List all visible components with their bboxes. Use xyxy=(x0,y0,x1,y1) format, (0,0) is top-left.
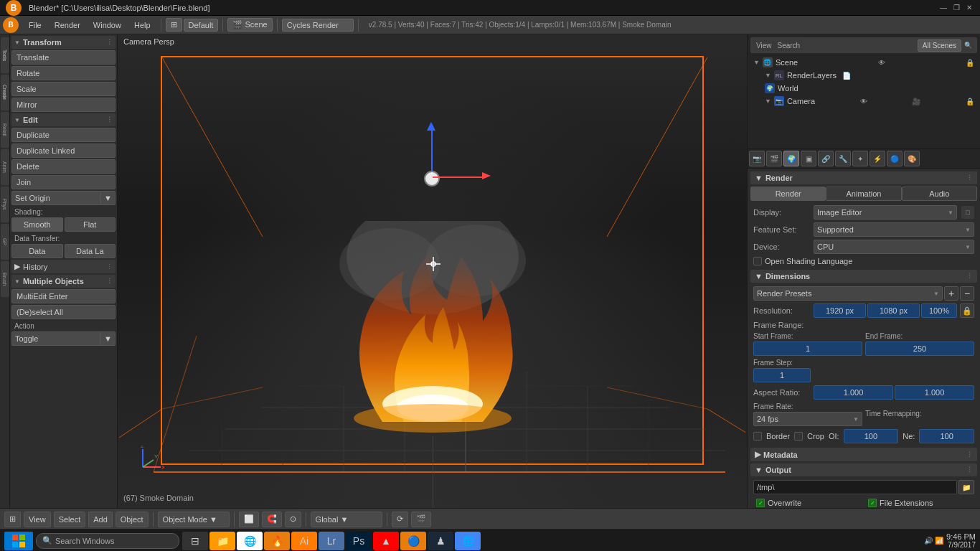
scene-icon-btn[interactable]: 🎬 xyxy=(766,151,782,166)
camera-visibility[interactable]: 👁 xyxy=(860,98,867,105)
editor-type-btn[interactable]: ⊞ xyxy=(4,512,21,527)
modifiers-icon[interactable]: 🔧 xyxy=(835,151,851,166)
material-icon[interactable]: 🔵 xyxy=(887,151,903,166)
particles-icon[interactable]: ✦ xyxy=(852,151,868,166)
add-menu-btn[interactable]: Add xyxy=(88,512,113,527)
frame-rate-select[interactable]: 24 fps ▼ xyxy=(753,412,862,426)
render-engine-select[interactable]: Cycles Render xyxy=(282,19,354,32)
camera-item[interactable]: ▼ 📷 Camera 👁 🎥 🔒 xyxy=(750,95,977,108)
window-menu[interactable]: Window xyxy=(88,19,127,31)
duplicate-button[interactable]: Duplicate xyxy=(11,128,116,142)
overwrite-checkbox[interactable]: ✓ xyxy=(756,499,765,507)
frame-step-field[interactable]: 1 xyxy=(753,368,811,382)
res-y-field[interactable]: 1080 px xyxy=(867,303,920,318)
camera-render[interactable]: 🎥 xyxy=(912,98,920,105)
delete-button[interactable]: Delete xyxy=(11,159,116,174)
osl-checkbox[interactable] xyxy=(753,257,762,265)
edit-header[interactable]: ▼ Edit ⋮ xyxy=(11,113,116,126)
brushes-tab[interactable]: Brush xyxy=(1,261,9,297)
physics-tab[interactable]: Phys xyxy=(1,187,9,222)
metadata-section-header[interactable]: ▶ Metadata ⋮ xyxy=(750,448,977,461)
flat-button[interactable]: Flat xyxy=(65,217,116,232)
join-button[interactable]: Join xyxy=(11,175,116,189)
multiple-objects-header[interactable]: ▼ Multiple Objects ⋮ xyxy=(11,275,116,288)
transform-lock-btn[interactable]: ⟳ xyxy=(392,512,408,527)
vectorize-icon[interactable]: ▲ xyxy=(373,532,399,550)
texture-icon[interactable]: 🎨 xyxy=(904,151,920,166)
history-header[interactable]: ▶ History ⋮ xyxy=(11,260,116,273)
relations-tab[interactable]: Relati xyxy=(1,112,9,148)
ol-field[interactable]: 100 xyxy=(844,429,899,443)
explorer-icon[interactable]: 📁 xyxy=(209,532,235,550)
res-lock-btn[interactable]: 🔒 xyxy=(960,303,974,318)
render-menu[interactable]: Render xyxy=(49,19,86,31)
scale-button[interactable]: Scale xyxy=(11,82,116,96)
illustrator-icon[interactable]: Ai xyxy=(291,532,317,550)
camera-lock[interactable]: 🔒 xyxy=(966,98,974,105)
translate-button[interactable]: Translate xyxy=(11,50,116,65)
animation-tab[interactable]: Anim xyxy=(1,149,9,185)
renderlayers-item[interactable]: ▼ RL RenderLayers 📄 xyxy=(750,69,977,82)
scene-dropdown[interactable]: All Scenes xyxy=(918,39,961,52)
render-preview-btn[interactable]: 🎬 xyxy=(411,512,431,527)
duplicate-linked-button[interactable]: Duplicate Linked xyxy=(11,143,116,158)
file-ext-checkbox[interactable]: ✓ xyxy=(868,499,877,507)
scene-select[interactable]: 🎬 Scene xyxy=(227,18,272,32)
multiedit-enter-button[interactable]: MultiEdit Enter xyxy=(11,289,116,303)
snap-btn[interactable]: 🧲 xyxy=(262,512,282,527)
blender-menu-logo[interactable]: B xyxy=(3,17,19,33)
world-item[interactable]: 🌍 World xyxy=(750,82,977,95)
set-origin-button[interactable]: Set Origin xyxy=(11,191,101,205)
file-menu[interactable]: File xyxy=(23,19,47,31)
outliner-search-btn[interactable]: Search xyxy=(775,39,804,52)
set-origin-dropdown[interactable]: ▼ xyxy=(101,191,116,205)
display-select[interactable]: Image Editor ▼ xyxy=(814,205,957,220)
editor-type-select[interactable]: ⊞ xyxy=(166,18,182,32)
crop-checkbox[interactable] xyxy=(794,432,803,441)
ne-field[interactable]: 100 xyxy=(919,429,974,443)
view-menu-btn[interactable]: View xyxy=(24,512,51,527)
grease-pencil-tab[interactable]: GP xyxy=(1,224,9,260)
physics-icon[interactable]: ⚡ xyxy=(870,151,885,166)
object-icon[interactable]: ▣ xyxy=(801,151,816,166)
render-section-header[interactable]: ▼ Render ⋮ xyxy=(750,171,977,184)
deselect-all-button[interactable]: (De)select All xyxy=(11,305,116,319)
search-icon[interactable]: 🔍 xyxy=(961,39,974,52)
help-menu[interactable]: Help xyxy=(128,19,156,31)
render-icon[interactable]: 📷 xyxy=(749,151,765,166)
rotate-button[interactable]: Rotate xyxy=(11,66,116,80)
toggle-dropdown[interactable]: ▼ xyxy=(101,331,116,346)
output-section-header[interactable]: ▼ Output ⋮ xyxy=(750,463,977,476)
render-tab-render[interactable]: Render xyxy=(750,187,826,201)
display-extra[interactable]: □ xyxy=(961,206,974,219)
output-browse-btn[interactable]: 📁 xyxy=(958,480,974,494)
blender2-icon[interactable]: 🔵 xyxy=(400,532,426,550)
world-icon-btn[interactable]: 🌍 xyxy=(783,151,799,166)
toggle-button[interactable]: Toggle xyxy=(11,331,101,346)
lock-icon[interactable]: 🔒 xyxy=(966,59,974,67)
mode-select[interactable]: Object Mode ▼ xyxy=(158,512,230,527)
feature-set-select[interactable]: Supported ▼ xyxy=(814,222,974,237)
lightroom-icon[interactable]: Lr xyxy=(319,532,344,550)
create-tab[interactable]: Create xyxy=(1,75,9,110)
dimensions-section-header[interactable]: ▼ Dimensions ⋮ xyxy=(750,270,977,283)
window-controls[interactable]: — ❐ ✕ xyxy=(938,3,974,13)
scene-item[interactable]: ▼ 🌐 Scene 👁 🔒 xyxy=(750,56,977,69)
proportional-btn[interactable]: ⊙ xyxy=(285,512,301,527)
res-pct-field[interactable]: 100% xyxy=(921,303,957,318)
windows-search[interactable]: 🔍 Search Windows xyxy=(36,533,179,549)
transform-header[interactable]: ▼ Transform ⋮ xyxy=(11,36,116,49)
browser-icon[interactable]: 🌐 xyxy=(455,532,481,550)
global-select[interactable]: Global ▼ xyxy=(311,512,382,527)
data-button[interactable]: Data xyxy=(11,244,63,258)
render-tab-audio[interactable]: Audio xyxy=(902,187,977,201)
taskview-btn[interactable]: ⊟ xyxy=(182,532,208,550)
tools-tab[interactable]: Tools xyxy=(1,37,9,73)
aspect-y-field[interactable]: 1.000 xyxy=(895,385,974,400)
constraints-icon[interactable]: 🔗 xyxy=(818,151,834,166)
chrome-icon[interactable]: 🌐 xyxy=(237,532,263,550)
viewport-shade-btn[interactable]: ⬜ xyxy=(239,512,259,527)
border-checkbox[interactable] xyxy=(753,432,762,441)
device-select[interactable]: CPU ▼ xyxy=(814,240,974,254)
end-frame-field[interactable]: 250 xyxy=(865,342,974,356)
